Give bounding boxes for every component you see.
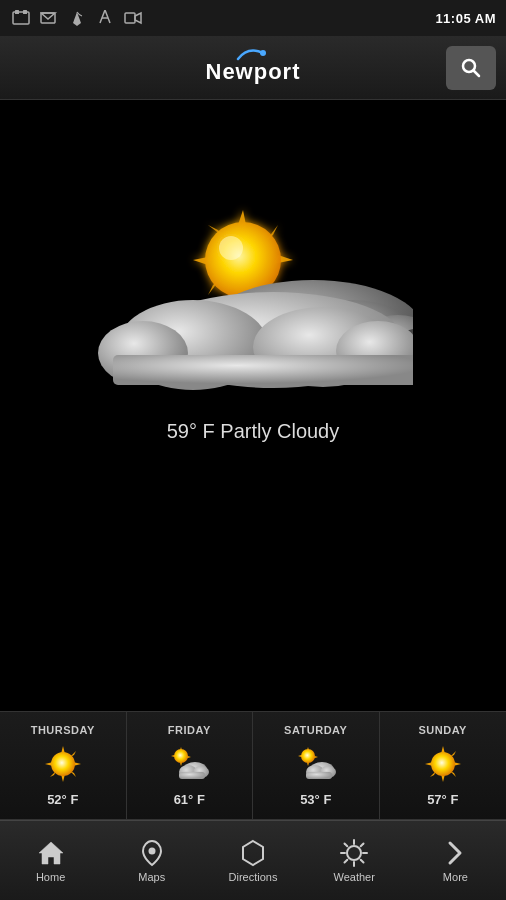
nav-directions[interactable]: Directions <box>202 821 303 900</box>
forecast-day-2: FRIDAY <box>168 724 211 736</box>
svg-point-40 <box>51 752 75 776</box>
forecast-grid: THURSDAY <box>0 711 506 820</box>
svg-rect-49 <box>179 772 205 779</box>
forecast-icon-4 <box>423 744 463 784</box>
svg-rect-6 <box>125 13 135 23</box>
forecast-icon-2 <box>169 744 209 784</box>
forecast-day-1: THURSDAY <box>31 724 95 736</box>
svg-rect-31 <box>113 355 413 385</box>
svg-rect-2 <box>23 10 27 14</box>
svg-line-77 <box>361 843 364 846</box>
notif-icon-4 <box>94 9 116 27</box>
notif-icon-5 <box>122 9 144 27</box>
notif-icon-3 <box>66 9 88 27</box>
nav-maps[interactable]: Maps <box>101 821 202 900</box>
weather-nav-icon <box>340 839 368 867</box>
svg-point-67 <box>431 752 455 776</box>
svg-marker-68 <box>39 842 63 864</box>
nav-directions-label: Directions <box>229 871 278 883</box>
maps-icon <box>138 839 166 867</box>
nav-home[interactable]: Home <box>0 821 101 900</box>
svg-marker-4 <box>41 13 55 19</box>
more-icon <box>441 839 469 867</box>
forecast-temp-2: 61° F <box>174 792 205 807</box>
home-icon <box>37 839 65 867</box>
forecast-icon-3 <box>296 744 336 784</box>
svg-line-10 <box>474 70 480 76</box>
notif-icon-1 <box>10 9 32 27</box>
notif-icon-2 <box>38 9 60 27</box>
svg-line-78 <box>345 859 348 862</box>
app-logo: Newport <box>193 41 313 95</box>
svg-rect-58 <box>306 772 332 779</box>
forecast-temp-3: 53° F <box>300 792 331 807</box>
svg-point-69 <box>148 847 155 854</box>
directions-icon <box>239 839 267 867</box>
status-time: 11:05 AM <box>435 11 496 26</box>
nav-more[interactable]: More <box>405 821 506 900</box>
svg-line-75 <box>345 843 348 846</box>
header: Newport <box>0 36 506 100</box>
svg-rect-1 <box>15 10 19 14</box>
logo-text: Newport <box>193 59 313 85</box>
forecast-temp-1: 52° F <box>47 792 78 807</box>
svg-point-54 <box>301 749 315 763</box>
forecast-icon-1 <box>43 744 83 784</box>
forecast-friday: FRIDAY <box>127 712 254 820</box>
svg-point-20 <box>219 236 243 260</box>
status-icons <box>10 9 144 27</box>
nav-home-label: Home <box>36 871 65 883</box>
nav-more-label: More <box>443 871 468 883</box>
current-weather-text: 59° F Partly Cloudy <box>167 420 340 443</box>
search-button[interactable] <box>446 46 496 90</box>
svg-line-76 <box>361 859 364 862</box>
forecast-day-4: SUNDAY <box>419 724 467 736</box>
forecast-thursday: THURSDAY <box>0 712 127 820</box>
nav-weather[interactable]: Weather <box>304 821 405 900</box>
svg-point-8 <box>260 50 266 56</box>
forecast-sunday: SUNDAY <box>380 712 507 820</box>
svg-point-45 <box>174 749 188 763</box>
status-bar: 11:05 AM <box>0 0 506 36</box>
svg-marker-7 <box>135 13 141 23</box>
weather-illustration <box>93 130 413 390</box>
nav-maps-label: Maps <box>138 871 165 883</box>
forecast-day-3: SATURDAY <box>284 724 347 736</box>
forecast-temp-4: 57° F <box>427 792 458 807</box>
search-icon <box>459 56 483 80</box>
svg-point-70 <box>347 846 361 860</box>
weather-icon <box>93 130 413 390</box>
bottom-nav: Home Maps Directions <box>0 820 506 900</box>
nav-weather-label: Weather <box>334 871 375 883</box>
main-content: 59° F Partly Cloudy THURSDAY <box>0 100 506 820</box>
forecast-saturday: SATURDAY <box>253 712 380 820</box>
